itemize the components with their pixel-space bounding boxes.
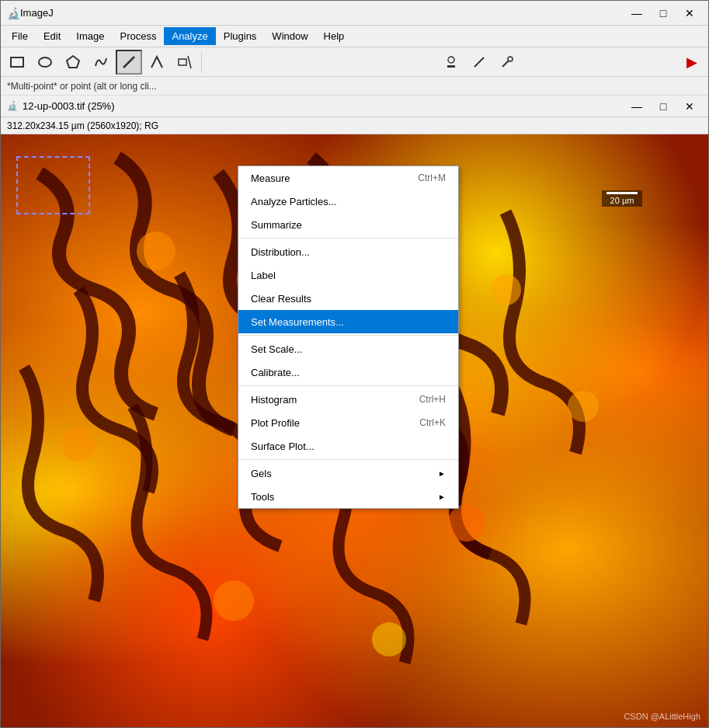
image-minimize-btn[interactable]: —: [624, 96, 649, 117]
svg-line-8: [474, 57, 484, 67]
svg-point-20: [372, 622, 406, 657]
menu-plugins[interactable]: Plugins: [216, 27, 265, 45]
menu-sep-1: [238, 238, 458, 239]
svg-marker-2: [67, 56, 79, 68]
menu-file[interactable]: File: [4, 27, 36, 45]
watermark-text: CSDN @ALittleHigh: [624, 712, 700, 721]
menu-sep-2: [238, 335, 458, 336]
app-icon: 🔬: [7, 7, 20, 19]
tool-status-text: *Multi-point* or point (alt or long cli: [7, 81, 149, 92]
menu-sep-3: [238, 385, 458, 386]
svg-line-3: [123, 57, 134, 68]
tool-freehand[interactable]: [88, 50, 114, 75]
svg-point-18: [568, 391, 599, 422]
scale-bar: 20 µm: [602, 190, 642, 207]
svg-line-10: [502, 61, 509, 67]
svg-rect-4: [179, 59, 186, 65]
menu-distribution[interactable]: Distribution...: [238, 240, 458, 263]
svg-point-14: [490, 274, 521, 305]
menu-analyze-particles[interactable]: Analyze Particles...: [238, 190, 458, 213]
menu-set-scale[interactable]: Set Scale...: [238, 337, 458, 361]
menu-edit[interactable]: Edit: [36, 27, 68, 45]
toolbar-separator: [201, 51, 202, 73]
tool-status-more: ...: [149, 81, 157, 92]
svg-point-19: [214, 580, 254, 621]
svg-point-6: [448, 57, 454, 63]
gels-submenu-arrow: ►: [438, 469, 446, 478]
svg-rect-7: [447, 65, 455, 68]
menu-analyze[interactable]: Analyze: [164, 27, 215, 45]
svg-point-11: [508, 57, 513, 61]
image-info-text: 312.20x234.15 µm (2560x1920); RG: [7, 120, 158, 131]
tool-oval[interactable]: [32, 50, 58, 75]
analyze-menu: Measure Ctrl+M Analyze Particles... Summ…: [238, 165, 459, 509]
menu-image[interactable]: Image: [68, 27, 112, 45]
menu-clear-results[interactable]: Clear Results: [238, 287, 458, 310]
minimize-button[interactable]: —: [624, 2, 649, 24]
tool-wand[interactable]: [466, 50, 492, 75]
tool-polygon[interactable]: [60, 50, 86, 75]
menu-tools[interactable]: Tools ►: [238, 485, 458, 508]
tool-stamp[interactable]: [438, 50, 464, 75]
app-icon-small: 🔬: [7, 101, 18, 111]
image-maximize-btn[interactable]: □: [651, 96, 676, 117]
svg-point-1: [39, 57, 51, 67]
tool-line[interactable]: [116, 50, 142, 75]
menu-plot-profile[interactable]: Plot Profile Ctrl+K: [238, 411, 458, 434]
image-close-btn[interactable]: ✕: [677, 96, 702, 117]
svg-rect-0: [11, 57, 23, 67]
menu-label[interactable]: Label: [238, 263, 458, 287]
tool-angle[interactable]: [144, 50, 170, 75]
titlebar: 🔬 ImageJ — □ ✕: [1, 1, 708, 26]
tool-arrow-right[interactable]: ▶: [679, 50, 705, 75]
image-info-bar: 312.20x234.15 µm (2560x1920); RG: [1, 117, 708, 134]
tool-eyedropper[interactable]: [494, 50, 520, 75]
menu-measure[interactable]: Measure Ctrl+M: [238, 166, 458, 190]
scale-bar-label: 20 µm: [610, 196, 634, 205]
menu-calibrate[interactable]: Calibrate...: [238, 361, 458, 384]
maximize-button[interactable]: □: [651, 2, 676, 24]
image-window-titlebar: 🔬 12-up-0003.tif (25%) — □ ✕: [1, 96, 708, 117]
menu-histogram[interactable]: Histogram Ctrl+H: [238, 388, 458, 411]
close-button[interactable]: ✕: [677, 2, 702, 24]
window-title: ImageJ: [20, 7, 624, 19]
menu-window[interactable]: Window: [264, 27, 315, 45]
image-window-title: 12-up-0003.tif (25%): [23, 100, 115, 112]
tool-multipoint[interactable]: [172, 50, 198, 75]
menu-sep-4: [238, 459, 458, 460]
toolbar: ▶: [1, 47, 708, 77]
tool-rect[interactable]: [4, 50, 30, 75]
svg-line-5: [188, 56, 191, 68]
window-controls: — □ ✕: [624, 2, 702, 24]
image-window-controls: — □ ✕: [624, 96, 702, 117]
statusbar-tool: *Multi-point* or point (alt or long cli …: [1, 77, 708, 96]
svg-point-12: [137, 232, 176, 270]
menu-process[interactable]: Process: [113, 27, 165, 45]
menubar: File Edit Image Process Analyze Plugins …: [1, 26, 708, 47]
tools-submenu-arrow: ►: [438, 493, 446, 501]
main-area: 🔬 12-up-0003.tif (25%) — □ ✕ 312.20x234.…: [1, 96, 708, 727]
menu-help[interactable]: Help: [316, 27, 353, 45]
menu-set-measurements[interactable]: Set Measurements...: [238, 310, 458, 333]
svg-point-15: [61, 428, 96, 462]
menu-summarize[interactable]: Summarize: [238, 213, 458, 236]
menu-gels[interactable]: Gels ►: [238, 462, 458, 485]
menu-surface-plot[interactable]: Surface Plot...: [238, 434, 458, 458]
scale-bar-line: [606, 192, 638, 194]
svg-point-17: [448, 504, 485, 542]
imagej-window: 🔬 ImageJ — □ ✕ File Edit Image Process A…: [0, 0, 709, 728]
